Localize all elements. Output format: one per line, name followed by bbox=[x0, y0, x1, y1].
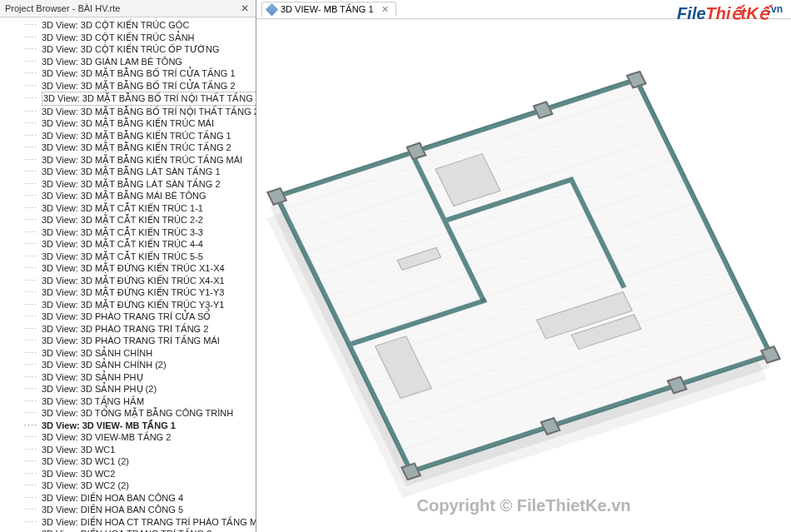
tree-item-label: 3D View: 3D CỘT KIẾN TRÚC GÓC bbox=[42, 19, 189, 32]
tree-item[interactable]: ····3D View: 3D MẶT BẰNG BỐ TRÍ CỬA TẦNG… bbox=[17, 67, 256, 80]
tree-guide-icon: ···· bbox=[17, 142, 38, 154]
tree-item[interactable]: ····3D View: 3D MẶT BẰNG LÁT SÀN TẦNG 1 bbox=[17, 166, 256, 178]
tree-guide-icon: ···· bbox=[17, 154, 38, 167]
tree-guide-icon: ···· bbox=[17, 347, 38, 360]
tree-item[interactable]: ····3D View: DIỀN HOA BAN CÔNG 5 bbox=[17, 504, 256, 516]
tree-item-label: 3D View: 3D SẢNH PHỤ (2) bbox=[42, 383, 157, 395]
tree-item-label: 3D View: 3D CỘT KIẾN TRÚC SẢNH bbox=[42, 32, 195, 44]
tree-item-label: 3D View: DIỀN HOA CT TRANG TRÍ PHÀO TẦNG… bbox=[42, 516, 256, 529]
tree-guide-icon: ···· bbox=[17, 226, 38, 239]
floorplan-render bbox=[256, 47, 791, 505]
tree-guide-icon: ···· bbox=[17, 286, 38, 299]
tree-item[interactable]: ····3D View: 3D WC1 bbox=[17, 444, 256, 456]
viewport: 3D VIEW- MB TẦNG 1 ✕ bbox=[256, 0, 791, 532]
tree-item[interactable]: ····3D View: 3D CỘT KIẾN TRÚC SẢNH bbox=[17, 32, 256, 44]
tree-item-label: 3D View: 3D MẶT BẰNG KIẾN TRÚC TẦNG 2 bbox=[42, 142, 231, 154]
watermark-logo: FileThiếtKế.vn bbox=[677, 3, 783, 23]
tree-item[interactable]: ····3D View: 3D MẶT BẰNG BỐ TRÍ NỘI THẤT… bbox=[17, 106, 256, 118]
tree-guide-icon: ···· bbox=[17, 214, 38, 226]
tree-item[interactable]: ····3D View: 3D MẶT ĐỨNG KIẾN TRÚC X1-X4 bbox=[17, 262, 256, 275]
tree-item-label: 3D View: 3D PHÀO TRANG TRÍ CỬA SỔ bbox=[42, 311, 211, 323]
tree-item[interactable]: ····3D View: 3D MẶT BẰNG BỐ TRÍ CỬA TẦNG… bbox=[17, 80, 256, 92]
tree-item[interactable]: ····3D View: 3D SẢNH PHỤ (2) bbox=[17, 383, 256, 395]
tree-item[interactable]: ····3D View: 3D VIEW-MB TẦNG 2 bbox=[17, 431, 256, 444]
tree-guide-icon: ···· bbox=[17, 444, 38, 456]
tree-item[interactable]: ····3D View: 3D PHÀO TRANG TRÍ CỬA SỔ bbox=[17, 311, 256, 323]
tree-item[interactable]: ····3D View: 3D GIÀN LAM BÊ TÔNG bbox=[17, 56, 256, 68]
tree-item-label: 3D View: 3D MẶT CẮT KIẾN TRÚC 4-4 bbox=[42, 238, 203, 251]
tree-guide-icon: ···· bbox=[17, 190, 38, 202]
tree-item-label: 3D View: 3D MẶT CẮT KIẾN TRÚC 5-5 bbox=[42, 251, 203, 263]
tree-item[interactable]: ····3D View: 3D MẶT BẰNG MÁI BÊ TÔNG bbox=[17, 190, 256, 202]
tree-guide-icon: ···· bbox=[17, 262, 38, 275]
tree-item[interactable]: ····3D View: DIỀN HOA CT TRANG TRÍ PHÀO … bbox=[17, 516, 256, 529]
tree-item-label: 3D View: 3D MẶT BẰNG BỐ TRÍ CỬA TẦNG 2 bbox=[42, 80, 236, 92]
tree-item[interactable]: ····3D View: 3D TỔNG MẶT BẰNG CÔNG TRÌNH bbox=[17, 407, 256, 420]
tree-item[interactable]: ····3D View: 3D WC2 bbox=[17, 468, 256, 480]
tree-item[interactable]: ····3D View: 3D SẢNH CHÍNH bbox=[17, 347, 256, 360]
tree-item[interactable]: ····3D View: 3D MẶT BẰNG KIẾN TRÚC TẦNG … bbox=[17, 130, 256, 142]
tree-guide-icon: ···· bbox=[17, 238, 38, 251]
tree-item-label: 3D View: 3D TỔNG MẶT BẰNG CÔNG TRÌNH bbox=[42, 407, 233, 420]
tree-item-label: 3D View: 3D VIEW- MB TẦNG 1 bbox=[42, 420, 176, 432]
tree-item[interactable]: ····3D View: 3D PHÀO TRANG TRÍ TẦNG 2 bbox=[17, 323, 256, 336]
3d-view-icon bbox=[266, 3, 279, 17]
tree-item[interactable]: ····3D View: 3D TẦNG HẦM bbox=[17, 395, 256, 408]
tree-item[interactable]: ····3D View: 3D MẶT ĐỨNG KIẾN TRÚC Y1-Y3 bbox=[17, 286, 256, 299]
tree-item[interactable]: ····3D View: 3D VIEW- MB TẦNG 1 bbox=[17, 420, 256, 432]
tree-item[interactable]: ····3D View: 3D MẶT BẰNG KIẾN TRÚC TẦNG … bbox=[17, 142, 256, 154]
tree-guide-icon: ···· bbox=[17, 311, 38, 323]
tree-item-label: 3D View: 3D MẶT BẰNG BỐ TRÍ NỘI THẤT TẦN… bbox=[42, 106, 256, 118]
tree-item[interactable]: ····3D View: 3D SẢNH PHỤ bbox=[17, 371, 256, 384]
tab-label: 3D VIEW- MB TẦNG 1 bbox=[281, 4, 374, 15]
tree-item[interactable]: ····3D View: 3D SẢNH CHÍNH (2) bbox=[17, 359, 256, 371]
tree-guide-icon: ···· bbox=[17, 528, 38, 532]
tree-guide-icon: ···· bbox=[17, 130, 38, 142]
tree-guide-icon: ···· bbox=[17, 431, 38, 444]
tree-item[interactable]: ····3D View: 3D PHÀO TRANG TRÍ TẦNG MÁI bbox=[17, 335, 256, 347]
tree-item-label: 3D View: 3D WC1 (2) bbox=[42, 455, 129, 468]
tree-item[interactable]: ····3D View: 3D CỘT KIẾN TRÚC ỐP TƯỜNG bbox=[17, 43, 256, 56]
tree-guide-icon: ···· bbox=[17, 117, 38, 130]
view-tab[interactable]: 3D VIEW- MB TẦNG 1 ✕ bbox=[261, 2, 396, 17]
tree-item-label: 3D View: 3D WC2 (2) bbox=[42, 480, 129, 492]
tree-item[interactable]: ····3D View: 3D WC2 (2) bbox=[17, 480, 256, 492]
tree-item-label: 3D View: 3D MẶT BẰNG KIẾN TRÚC TẦNG MÁI bbox=[42, 154, 242, 167]
tree-item[interactable]: ····3D View: 3D CỘT KIẾN TRÚC GÓC bbox=[17, 19, 256, 32]
tree-item[interactable]: ····3D View: 3D MẶT BẰNG BỐ TRÍ NỘI THẤT… bbox=[17, 92, 256, 106]
tree-item[interactable]: ····3D View: DIỀN HOA BAN CÔNG 4 bbox=[17, 492, 256, 505]
tree-guide-icon: ···· bbox=[17, 80, 38, 92]
tree-guide-icon: ···· bbox=[17, 166, 38, 178]
tree-guide-icon: ···· bbox=[17, 480, 38, 492]
tree-item[interactable]: ····3D View: 3D WC1 (2) bbox=[17, 455, 256, 468]
tree-item[interactable]: ····3D View: 3D MẶT CẮT KIẾN TRÚC 4-4 bbox=[17, 238, 256, 251]
tree-item-label: 3D View: 3D VIEW-MB TẦNG 2 bbox=[42, 431, 171, 444]
tree-item[interactable]: ····3D View: 3D MẶT CẮT KIẾN TRÚC 5-5 bbox=[17, 251, 256, 263]
panel-title: Project Browser - BÀI HV.rte bbox=[5, 3, 120, 13]
tab-close-icon[interactable]: ✕ bbox=[381, 4, 389, 15]
3d-canvas[interactable] bbox=[256, 18, 791, 532]
tree-guide-icon: ···· bbox=[17, 299, 38, 311]
tree-item[interactable]: ····3D View: 3D MẶT BẰNG LÁT SÀN TẦNG 2 bbox=[17, 178, 256, 191]
tree-guide-icon: ···· bbox=[17, 407, 38, 420]
tree-item[interactable]: ····3D View: 3D MẶT CẮT KIẾN TRÚC 2-2 bbox=[17, 214, 256, 226]
tree-item[interactable]: ····3D View: 3D MẶT ĐỨNG KIẾN TRÚC X4-X1 bbox=[17, 275, 256, 287]
tree-item[interactable]: ····3D View: 3D MẶT ĐỨNG KIẾN TRÚC Y3-Y1 bbox=[17, 299, 256, 311]
tree-item[interactable]: ····3D View: DIỀN HOA TRANG TRÍ TẦNG 2 bbox=[17, 528, 256, 532]
tree-guide-icon: ···· bbox=[17, 67, 38, 80]
tree-item-label: 3D View: DIỀN HOA TRANG TRÍ TẦNG 2 bbox=[42, 528, 211, 532]
tree-item-label: 3D View: 3D MẶT ĐỨNG KIẾN TRÚC Y3-Y1 bbox=[42, 299, 224, 311]
panel-close-button[interactable]: ✕ bbox=[239, 2, 251, 14]
tree-item-label: 3D View: 3D SẢNH CHÍNH bbox=[42, 347, 152, 360]
project-tree[interactable]: ····3D View: 3D CỘT KIẾN TRÚC GÓC····3D … bbox=[0, 17, 256, 532]
tree-item[interactable]: ····3D View: 3D MẶT CẮT KIẾN TRÚC 1-1 bbox=[17, 202, 256, 215]
tree-guide-icon: ···· bbox=[17, 420, 38, 432]
tree-guide-icon: ···· bbox=[17, 492, 38, 505]
tree-item[interactable]: ····3D View: 3D MẶT BẰNG KIẾN TRÚC TẦNG … bbox=[17, 154, 256, 167]
tree-item[interactable]: ····3D View: 3D MẶT CẮT KIẾN TRÚC 3-3 bbox=[17, 226, 256, 239]
tree-item-label: 3D View: 3D MẶT CẮT KIẾN TRÚC 1-1 bbox=[42, 202, 203, 215]
tree-item[interactable]: ····3D View: 3D MẶT BẰNG KIẾN TRÚC MÁI bbox=[17, 117, 256, 130]
tree-guide-icon: ···· bbox=[17, 504, 38, 516]
tree-guide-icon: ···· bbox=[17, 32, 38, 44]
tree-item-label: 3D View: 3D MẶT CẮT KIẾN TRÚC 2-2 bbox=[42, 214, 203, 226]
